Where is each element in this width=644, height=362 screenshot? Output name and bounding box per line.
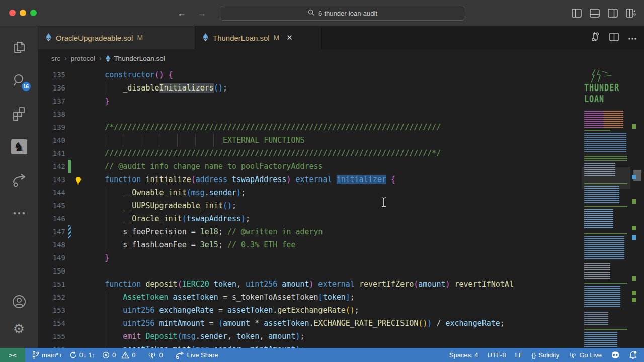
code-line-144[interactable]: 144 __Ownable_init(msg.sender);: [38, 186, 582, 199]
code-line-139[interactable]: 139 /*//////////////////////////////////…: [38, 121, 582, 134]
tab-oracleupgradeable[interactable]: OracleUpgradeable.sol M: [38, 26, 195, 49]
code-line-150[interactable]: 150: [38, 264, 582, 278]
minimap[interactable]: THUNDER LOAN: [582, 67, 630, 348]
code-line-153[interactable]: 153 uint256 exchangeRate = assetToken.ge…: [38, 304, 582, 317]
customize-layout-icon[interactable]: [626, 9, 636, 18]
extensions-icon[interactable]: [7, 102, 31, 126]
git-branch-item[interactable]: main*+: [32, 351, 62, 359]
minimize-window-button[interactable]: [20, 10, 26, 16]
remote-icon: ><: [9, 351, 17, 359]
close-tab-icon[interactable]: ✕: [286, 33, 293, 42]
live-share-sidebar-icon[interactable]: [7, 168, 31, 192]
accounts-icon[interactable]: [7, 290, 31, 314]
code-line-145[interactable]: 145 __UUPSUpgradeable_init();: [38, 199, 582, 212]
lightbulb-icon[interactable]: [74, 175, 83, 184]
live-share-icon: [175, 351, 185, 359]
tab-bar: OracleUpgradeable.sol M ThunderLoan.sol …: [38, 26, 644, 49]
settings-gear-icon[interactable]: ⚙: [7, 317, 31, 341]
chess-extension-icon[interactable]: ♞: [7, 135, 31, 159]
language-mode-item[interactable]: {} Solidity: [532, 351, 560, 359]
nav-back-button[interactable]: ←: [177, 8, 186, 19]
minimap-slider[interactable]: [582, 167, 630, 189]
git-gutter-modified[interactable]: [68, 225, 71, 238]
command-center-search[interactable]: 6-thunder-loan-audit: [220, 6, 465, 21]
line-number: 142: [38, 160, 65, 173]
tab-label: OracleUpgradeable.sol: [56, 34, 133, 42]
copilot-item[interactable]: [611, 351, 620, 359]
breadcrumb-protocol[interactable]: protocol: [71, 55, 95, 62]
line-number: 137: [38, 95, 65, 108]
title-bar: ← → 6-thunder-loan-audit: [0, 0, 644, 26]
line-number: 154: [38, 317, 65, 330]
close-window-button[interactable]: [9, 10, 16, 16]
search-sidebar-icon[interactable]: 16: [7, 68, 31, 93]
git-modified-badge: M: [137, 34, 143, 42]
more-actions-icon[interactable]: [628, 33, 637, 42]
code-line-140[interactable]: 140 EXTERNAL FUNCTIONS: [38, 134, 582, 147]
toggle-secondary-sidebar-icon[interactable]: [608, 9, 618, 18]
code-line-143[interactable]: 143 function initialize(address tswapAdd…: [38, 173, 582, 186]
code-editor[interactable]: 135 constructor() {136 _disableInitializ…: [38, 67, 644, 348]
broadcast-icon: [569, 351, 577, 359]
line-number: 138: [38, 108, 65, 121]
remote-indicator[interactable]: ><: [0, 348, 25, 362]
git-sync-item[interactable]: 0↓ 1↑: [69, 351, 95, 359]
go-live-item[interactable]: Go Live: [569, 351, 602, 359]
line-number: 156: [38, 343, 65, 348]
code-line-138[interactable]: 138: [38, 108, 582, 121]
search-icon: [308, 9, 315, 18]
line-number: 141: [38, 147, 65, 160]
breadcrumb-src[interactable]: src: [51, 55, 60, 62]
solidity-file-icon: [202, 33, 209, 43]
code-line-136[interactable]: 136 _disableInitializers();: [38, 81, 582, 95]
code-line-154[interactable]: 154 uint256 mintAmount = (amount * asset…: [38, 317, 582, 330]
code-line-155[interactable]: 155 emit Deposit(msg.sender, token, amou…: [38, 330, 582, 343]
zoom-window-button[interactable]: [30, 10, 37, 16]
nav-forward-button[interactable]: →: [197, 8, 206, 19]
line-number: 149: [38, 251, 65, 264]
code-line-151[interactable]: 151 function deposit(IERC20 token, uint2…: [38, 278, 582, 291]
split-editor-icon[interactable]: [609, 33, 619, 43]
ports-item[interactable]: 0: [147, 351, 163, 359]
breadcrumb-file[interactable]: ThunderLoan.sol: [105, 55, 165, 62]
eol-item[interactable]: LF: [515, 351, 522, 359]
errors-icon: [102, 351, 110, 359]
code-line-152[interactable]: 152 AssetToken assetToken = s_tokenToAss…: [38, 291, 582, 304]
indentation-item[interactable]: Spaces: 4: [449, 351, 478, 359]
code-line-135[interactable]: 135 constructor() {: [38, 68, 582, 81]
line-number: 143: [38, 173, 65, 186]
encoding-item[interactable]: UTF-8: [488, 351, 506, 359]
code-line-148[interactable]: 148 s_flashLoanFee = 3e15; // 0.3% ETH f…: [38, 238, 582, 251]
code-line-156[interactable]: 156 assetToken.mint(msg.sender, mintAmou…: [38, 343, 582, 348]
line-number: 139: [38, 121, 65, 134]
code-line-141[interactable]: 141 ////////////////////////////////////…: [38, 147, 582, 160]
code-line-149[interactable]: 149 }: [38, 251, 582, 264]
solidity-file-icon: [45, 33, 52, 43]
notifications-item[interactable]: [629, 351, 637, 359]
explorer-icon[interactable]: [7, 35, 31, 59]
open-changes-icon[interactable]: [590, 32, 600, 44]
sync-icon: [69, 351, 77, 359]
live-share-item[interactable]: Live Share: [175, 351, 218, 359]
knight-icon: ♞: [11, 139, 27, 154]
toggle-panel-icon[interactable]: [590, 9, 600, 18]
problems-item[interactable]: 0 0: [102, 351, 135, 359]
code-line-142[interactable]: 142 // @audit info change name to poolFa…: [38, 160, 582, 173]
activity-bar: 16 ♞ ⚙: [0, 26, 38, 348]
toggle-primary-sidebar-icon[interactable]: [572, 9, 582, 18]
code-line-137[interactable]: 137 }: [38, 95, 582, 108]
tab-thunderloan[interactable]: ThunderLoan.sol M ✕: [195, 26, 322, 49]
git-modified-badge: M: [274, 34, 280, 42]
line-number: 140: [38, 134, 65, 147]
line-number: 155: [38, 330, 65, 343]
bell-icon: [629, 351, 637, 359]
code-lines[interactable]: 135 constructor() {136 _disableInitializ…: [38, 67, 582, 348]
code-line-146[interactable]: 146 __Oracle_init(tswapAddress);: [38, 212, 582, 225]
minimap-ascii-art: [582, 68, 630, 83]
line-number: 150: [38, 264, 65, 278]
overview-ruler[interactable]: [630, 67, 644, 348]
code-line-147[interactable]: 147 s_feePrecision = 1e18; // @written i…: [38, 225, 582, 238]
tab-label: ThunderLoan.sol: [213, 34, 270, 42]
git-gutter-added[interactable]: [68, 160, 71, 173]
more-views-icon[interactable]: [7, 201, 31, 225]
